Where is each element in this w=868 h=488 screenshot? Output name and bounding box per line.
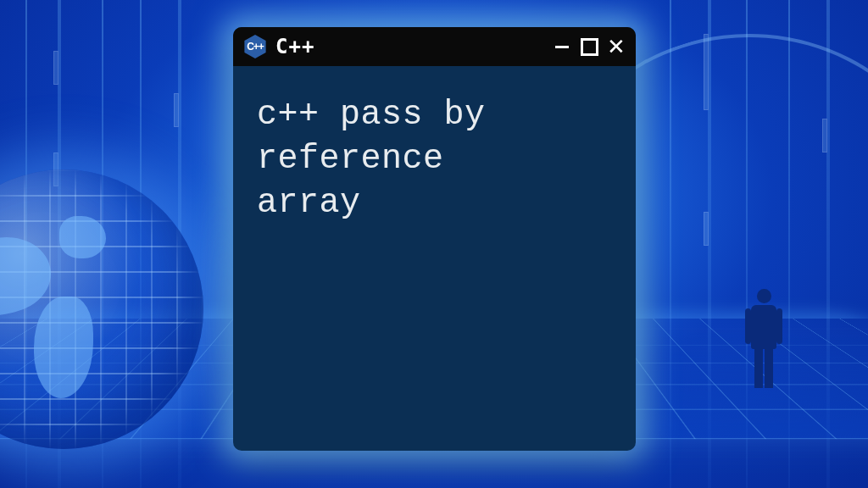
window-controls: ✕ (553, 37, 626, 56)
terminal-content: c++ pass by reference array (233, 66, 636, 451)
logo-text: C++ (247, 42, 264, 52)
close-button[interactable]: ✕ (607, 37, 626, 56)
standing-figure (744, 289, 783, 391)
maximize-button[interactable] (580, 37, 598, 56)
cpp-logo-icon: C++ (243, 35, 267, 58)
titlebar: C++ C++ ✕ (233, 27, 636, 66)
window-title: C++ (275, 36, 544, 57)
terminal-window: C++ C++ ✕ c++ pass by reference array (233, 27, 636, 451)
minimize-button[interactable] (553, 37, 571, 56)
